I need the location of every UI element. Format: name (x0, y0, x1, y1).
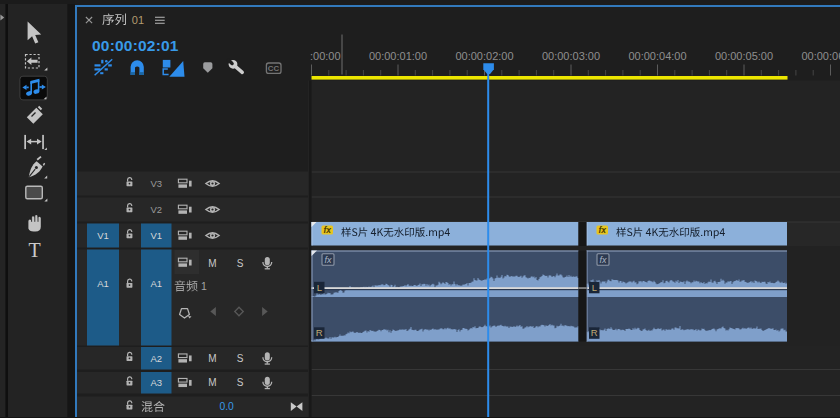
svg-text:01: 01 (132, 14, 144, 26)
svg-text:V3: V3 (150, 178, 162, 189)
svg-text:T: T (29, 239, 41, 261)
svg-text:M: M (208, 258, 216, 269)
svg-text:00:00:02:00: 00:00:02:00 (455, 50, 513, 62)
svg-text:A3: A3 (150, 377, 162, 388)
svg-text:A2: A2 (150, 353, 162, 364)
svg-text:V2: V2 (150, 204, 162, 215)
svg-text:00:00:06:00: 00:00:06:00 (801, 50, 840, 62)
svg-text:00:00:03:00: 00:00:03:00 (542, 50, 600, 62)
svg-text:fx: fx (324, 225, 333, 235)
svg-text:fx: fx (599, 255, 607, 265)
svg-text:00:00:02:01: 00:00:02:01 (92, 37, 179, 54)
svg-text:L: L (592, 282, 597, 293)
svg-text:fx: fx (324, 255, 332, 265)
svg-text:00:00:05:00: 00:00:05:00 (715, 50, 773, 62)
svg-text:R: R (591, 327, 598, 338)
svg-text:V1: V1 (150, 230, 162, 241)
svg-text:00:00:04:00: 00:00:04:00 (628, 50, 686, 62)
svg-text:A1: A1 (150, 278, 162, 289)
svg-text:V1: V1 (97, 230, 109, 241)
svg-text:A1: A1 (97, 278, 109, 289)
svg-text:M: M (208, 377, 216, 388)
svg-text:0.0: 0.0 (220, 401, 235, 412)
svg-text:S: S (237, 353, 244, 364)
svg-text:L: L (317, 282, 322, 293)
svg-text:00:00:01:00: 00:00:01:00 (369, 50, 427, 62)
svg-text:M: M (208, 353, 216, 364)
svg-text:R: R (316, 327, 323, 338)
svg-text:CC: CC (268, 64, 280, 73)
svg-text:S: S (237, 258, 244, 269)
svg-text:fx: fx (599, 225, 608, 235)
svg-text:1: 1 (201, 280, 207, 292)
svg-text:S: S (237, 377, 244, 388)
